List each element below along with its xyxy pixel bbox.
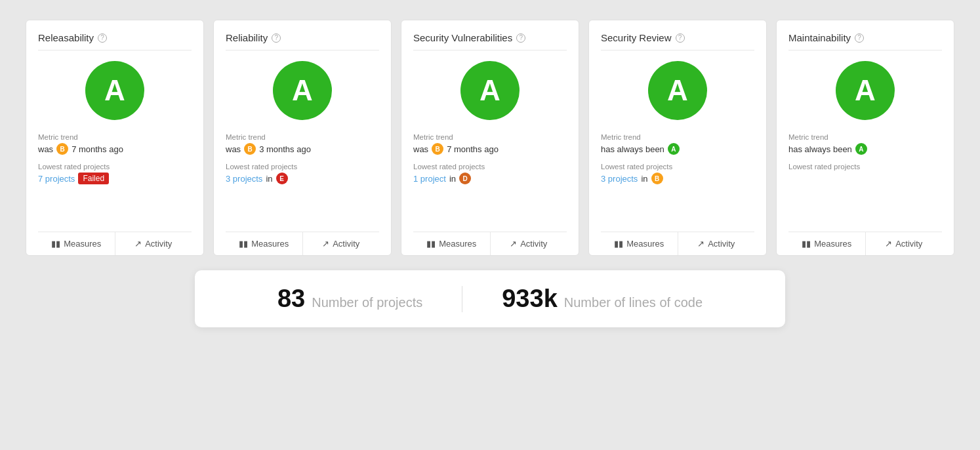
lowest-rated-label: Lowest rated projects xyxy=(226,163,379,171)
metric-trend-section: Metric trendwasB7 months ago xyxy=(38,133,192,155)
lowest-rated-section: Lowest rated projects3 projectsinB xyxy=(601,163,754,184)
metric-trend-label: Metric trend xyxy=(601,133,754,141)
activity-label: Activity xyxy=(708,239,735,249)
card-divider xyxy=(38,50,192,51)
measures-button[interactable]: ▮▮Measures xyxy=(788,232,865,255)
grade-letter: A xyxy=(480,76,500,105)
measures-icon: ▮▮ xyxy=(239,239,248,249)
card-footer: ▮▮Measures↗Activity xyxy=(226,232,379,255)
card-title-row: Reliability? xyxy=(226,32,379,43)
projects-count: 83 xyxy=(277,285,305,313)
lowest-rated-grade-badge: E xyxy=(276,173,288,184)
metric-trend-grade-badge: A xyxy=(668,143,680,155)
metric-trend-text: was xyxy=(413,144,428,154)
measures-label: Measures xyxy=(626,239,664,249)
measures-button[interactable]: ▮▮Measures xyxy=(226,232,302,255)
grade-circle: A xyxy=(836,61,895,120)
metric-trend-grade-badge: B xyxy=(56,143,68,155)
info-icon[interactable]: ? xyxy=(272,33,281,43)
measures-label: Measures xyxy=(64,239,101,249)
activity-label: Activity xyxy=(895,239,922,249)
cards-row: Releasability?AMetric trendwasB7 months … xyxy=(0,20,980,256)
lowest-rated-section: Lowest rated projects xyxy=(788,163,942,173)
card-security-vulnerabilities: Security Vulnerabilities?AMetric trendwa… xyxy=(401,20,579,256)
measures-label: Measures xyxy=(251,239,289,249)
info-icon[interactable]: ? xyxy=(676,33,685,43)
card-title: Releasability xyxy=(38,32,94,43)
activity-button[interactable]: ↗Activity xyxy=(490,232,567,255)
metric-trend-grade-badge: A xyxy=(855,143,867,155)
grade-circle: A xyxy=(273,61,332,120)
lines-stat: 933k Number of lines of code xyxy=(502,285,703,313)
lowest-rated-count[interactable]: 3 projects xyxy=(226,174,262,184)
lines-count: 933k xyxy=(502,285,558,313)
metric-trend-value: wasB7 months ago xyxy=(38,143,192,155)
metric-trend-label: Metric trend xyxy=(38,133,192,141)
measures-label: Measures xyxy=(814,239,851,249)
metric-trend-section: Metric trendwasB3 months ago xyxy=(226,133,379,155)
metric-trend-value: has always beenA xyxy=(788,143,942,155)
metric-trend-text: has always been xyxy=(788,144,852,154)
grade-circle: A xyxy=(460,61,520,120)
metric-trend-value: has always beenA xyxy=(601,143,754,155)
info-icon[interactable]: ? xyxy=(855,33,864,43)
activity-button[interactable]: ↗Activity xyxy=(678,232,755,255)
lines-label: Number of lines of code xyxy=(564,295,703,310)
lowest-rated-section: Lowest rated projects3 projectsinE xyxy=(226,163,379,184)
measures-button[interactable]: ▮▮Measures xyxy=(601,232,678,255)
measures-button[interactable]: ▮▮Measures xyxy=(38,232,115,255)
grade-letter: A xyxy=(855,76,876,105)
activity-icon: ↗ xyxy=(322,239,329,249)
measures-button[interactable]: ▮▮Measures xyxy=(413,232,490,255)
activity-button[interactable]: ↗Activity xyxy=(115,232,192,255)
lowest-rated-count[interactable]: 3 projects xyxy=(601,174,638,184)
activity-icon: ↗ xyxy=(697,239,704,249)
lowest-rated-value: 3 projectsinB xyxy=(601,173,754,184)
lowest-rated-count[interactable]: 7 projects xyxy=(38,174,75,184)
metric-trend-time: 3 months ago xyxy=(259,144,311,154)
lowest-rated-count[interactable]: 1 project xyxy=(413,174,446,184)
lowest-rated-grade-badge: D xyxy=(459,173,471,184)
card-footer: ▮▮Measures↗Activity xyxy=(38,232,192,255)
card-title-row: Releasability? xyxy=(38,32,192,43)
activity-icon: ↗ xyxy=(134,239,142,249)
grade-letter: A xyxy=(104,76,125,105)
card-releasability: Releasability?AMetric trendwasB7 months … xyxy=(26,20,204,256)
metric-trend-text: was xyxy=(226,144,241,154)
activity-label: Activity xyxy=(333,239,359,249)
lowest-rated-label: Lowest rated projects xyxy=(788,163,942,171)
metric-trend-text: has always been xyxy=(601,144,664,154)
metric-trend-section: Metric trendwasB7 months ago xyxy=(413,133,567,155)
in-text: in xyxy=(449,174,456,184)
card-footer: ▮▮Measures↗Activity xyxy=(601,232,754,255)
card-title-row: Maintainability? xyxy=(788,32,942,43)
card-title: Security Review xyxy=(601,32,672,43)
metric-trend-text: was xyxy=(38,144,53,154)
activity-label: Activity xyxy=(520,239,547,249)
card-divider xyxy=(226,50,379,51)
metric-trend-label: Metric trend xyxy=(788,133,942,141)
lowest-rated-label: Lowest rated projects xyxy=(413,163,567,171)
card-title: Security Vulnerabilities xyxy=(413,32,512,43)
card-maintainability: Maintainability?AMetric trendhas always … xyxy=(776,20,954,256)
activity-button[interactable]: ↗Activity xyxy=(865,232,943,255)
metric-trend-value: wasB7 months ago xyxy=(413,143,567,155)
bottom-panel: 83 Number of projects 933k Number of lin… xyxy=(195,270,785,327)
grade-circle: A xyxy=(648,61,707,120)
projects-stat: 83 Number of projects xyxy=(277,285,422,313)
grade-circle: A xyxy=(85,61,144,120)
lowest-rated-grade-badge: B xyxy=(651,173,663,184)
projects-label: Number of projects xyxy=(312,295,422,310)
info-icon[interactable]: ? xyxy=(98,33,107,43)
info-icon[interactable]: ? xyxy=(516,33,525,43)
metric-trend-section: Metric trendhas always beenA xyxy=(601,133,754,155)
in-text: in xyxy=(266,174,272,184)
grade-letter: A xyxy=(667,76,688,105)
card-security-review: Security Review?AMetric trendhas always … xyxy=(588,20,767,256)
lowest-rated-label: Lowest rated projects xyxy=(38,163,192,171)
activity-button[interactable]: ↗Activity xyxy=(302,232,380,255)
card-title-row: Security Vulnerabilities? xyxy=(413,32,567,43)
metric-trend-section: Metric trendhas always beenA xyxy=(788,133,942,155)
metric-trend-time: 7 months ago xyxy=(447,144,499,154)
metric-trend-grade-badge: B xyxy=(432,143,443,155)
